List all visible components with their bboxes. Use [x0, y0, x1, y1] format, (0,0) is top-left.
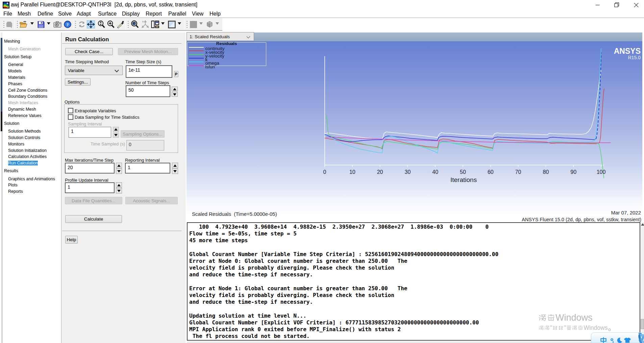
profile-spin-up[interactable]: [116, 182, 122, 188]
tree-item-dynamic-mesh[interactable]: Dynamic Mesh: [2, 106, 61, 113]
tree-item-solution-controls[interactable]: Solution Controls: [2, 135, 61, 141]
reporting-interval-input[interactable]: 1: [125, 163, 170, 174]
ime-toolbar[interactable]: [591, 333, 644, 343]
toolbar-dropdown-arrow[interactable]: [161, 22, 165, 25]
menu-report[interactable]: Report: [146, 10, 162, 18]
tree-item-solution-methods[interactable]: Solution Methods: [2, 128, 61, 135]
calculate-button[interactable]: Calculate: [65, 215, 122, 223]
menu-mesh[interactable]: Mesh: [18, 10, 31, 18]
menu-define[interactable]: Define: [38, 10, 53, 18]
x-tick-50: 50: [456, 169, 470, 175]
toolbar-dropdown-arrow[interactable]: [47, 22, 50, 25]
tree-item-calculation-activities[interactable]: Calculation Activities: [2, 154, 61, 160]
magnify-cube-icon[interactable]: [131, 19, 139, 29]
punctuation-icon[interactable]: [611, 338, 615, 343]
tree-item-plots[interactable]: Plots: [2, 182, 61, 188]
ansys-logo: ANSYS R15.0: [614, 48, 641, 60]
tree-item-general[interactable]: General: [2, 62, 61, 68]
extrapolate-variables-checkbox[interactable]: [68, 108, 73, 113]
time-sampled-input[interactable]: 0: [126, 140, 164, 151]
tree-section-meshing[interactable]: Meshing: [2, 37, 61, 46]
max-iterations-spin-up[interactable]: [116, 163, 122, 168]
sampling-options-button[interactable]: Sampling Options...: [121, 130, 165, 138]
settings-button[interactable]: Settings...: [65, 78, 91, 86]
data-sampling-checkbox[interactable]: [68, 114, 73, 120]
help-button[interactable]: Help: [65, 236, 78, 244]
menu-view[interactable]: View: [192, 10, 203, 18]
scrollbar-thumb[interactable]: [641, 319, 644, 329]
toolbar-dropdown-arrow[interactable]: [30, 22, 34, 25]
menu-file[interactable]: File: [3, 10, 12, 18]
tree-item-mesh-generation[interactable]: Mesh Generation: [2, 46, 61, 52]
snapshot-camera-icon[interactable]: [53, 19, 61, 29]
minimize-button[interactable]: [590, 0, 605, 10]
moon-icon[interactable]: [617, 338, 622, 343]
plot-legend-title: Residuals: [188, 41, 266, 46]
toolbar-dropdown-arrow[interactable]: [216, 22, 219, 25]
tree-section-solution-setup[interactable]: Solution Setup: [2, 52, 61, 62]
save-icon[interactable]: [37, 19, 45, 29]
data-file-quantities-button[interactable]: Data File Quantities...: [65, 197, 122, 204]
open-folder-icon[interactable]: [19, 19, 27, 29]
tree-item-run-calculation[interactable]: Run Calculation: [2, 160, 61, 166]
tree-item-mesh-interfaces[interactable]: Mesh Interfaces: [2, 100, 61, 106]
probe-pen-icon[interactable]: [116, 19, 124, 29]
tree-section-solution[interactable]: Solution: [2, 119, 61, 128]
console-scrollbar[interactable]: [641, 222, 644, 341]
profile-spin-down[interactable]: [116, 188, 122, 193]
preview-mesh-motion-button[interactable]: Preview Mesh Motion...: [118, 48, 178, 55]
sampling-interval-input[interactable]: 1: [69, 127, 111, 138]
tree-item-phases[interactable]: Phases: [2, 81, 61, 87]
tree-item-boundary-conditions[interactable]: Boundary Conditions: [2, 93, 61, 100]
tree-item-materials[interactable]: Materials: [2, 74, 61, 81]
toolbar-separator: [15, 19, 15, 29]
pan-view-icon[interactable]: [87, 19, 95, 29]
menu-parallel[interactable]: Parallel: [168, 10, 186, 18]
acoustic-signals-button[interactable]: Acoustic Signals...: [125, 197, 178, 204]
zoom-in-icon[interactable]: [107, 19, 115, 29]
chinese-mode-icon[interactable]: [600, 337, 607, 343]
profile-p-button[interactable]: P: [174, 71, 178, 77]
time-steps-spin-up[interactable]: [172, 87, 178, 91]
menu-display[interactable]: Display: [122, 10, 140, 18]
tree-item-models[interactable]: Models: [2, 68, 61, 74]
profile-update-interval-input[interactable]: 1: [65, 182, 115, 193]
sampling-spin-down[interactable]: [113, 133, 119, 138]
time-stepping-method-select[interactable]: Variable: [65, 66, 123, 75]
tree-section-results[interactable]: Results: [2, 166, 61, 176]
menu-solve[interactable]: Solve: [58, 10, 72, 18]
navigation-tree: MeshingMesh GenerationSolution SetupGene…: [2, 37, 61, 195]
number-of-time-steps-input[interactable]: 50: [126, 85, 170, 97]
max-iterations-spin-down[interactable]: [116, 168, 122, 174]
panel-layout-icon[interactable]: [151, 19, 159, 29]
tree-item-reference-values[interactable]: Reference Values: [2, 112, 61, 119]
tree-item-solution-initialization[interactable]: Solution Initialization: [2, 147, 61, 154]
menu-surface[interactable]: Surface: [98, 10, 117, 18]
check-case-button[interactable]: Check Case...: [65, 48, 113, 55]
close-button[interactable]: [628, 0, 644, 10]
surface-square-icon[interactable]: [168, 19, 176, 29]
graphics-window-selector[interactable]: 1: Scaled Residuals: [187, 32, 254, 41]
scrollbar-up-icon[interactable]: [641, 223, 644, 226]
tree-item-graphics-and-animations[interactable]: Graphics and Animations: [2, 176, 61, 182]
reporting-spin-up[interactable]: [172, 163, 178, 168]
tree-item-reports[interactable]: Reports: [2, 188, 61, 195]
menu-help[interactable]: Help: [209, 10, 221, 18]
help-icon[interactable]: ?: [64, 19, 72, 29]
sogou-flower-logo[interactable]: [633, 333, 644, 343]
tree-item-monitors[interactable]: Monitors: [2, 141, 61, 147]
zoom-scale-icon[interactable]: [97, 19, 105, 29]
tree-item-cell-zone-conditions[interactable]: Cell Zone Conditions: [2, 87, 61, 93]
max-iterations-input[interactable]: 20: [65, 163, 115, 174]
restore-button[interactable]: [609, 0, 624, 10]
sampling-spin-up[interactable]: [113, 127, 119, 132]
residuals-plot-canvas[interactable]: Residuals continuityx-velocityy-velocity…: [187, 41, 642, 222]
time-steps-spin-down[interactable]: [172, 92, 178, 97]
skin-shirt-icon[interactable]: [624, 337, 631, 343]
menu-adapt[interactable]: Adapt: [77, 10, 91, 18]
time-step-size-input[interactable]: 1e-11: [126, 65, 172, 78]
reporting-spin-down[interactable]: [172, 168, 178, 174]
toolbar-dropdown-arrow[interactable]: [199, 22, 203, 25]
toolbar-dropdown-arrow[interactable]: [178, 22, 181, 25]
console-output[interactable]: 100 4.7923e+40 3.9608e+14 4.9882e-15 2.3…: [187, 222, 640, 341]
